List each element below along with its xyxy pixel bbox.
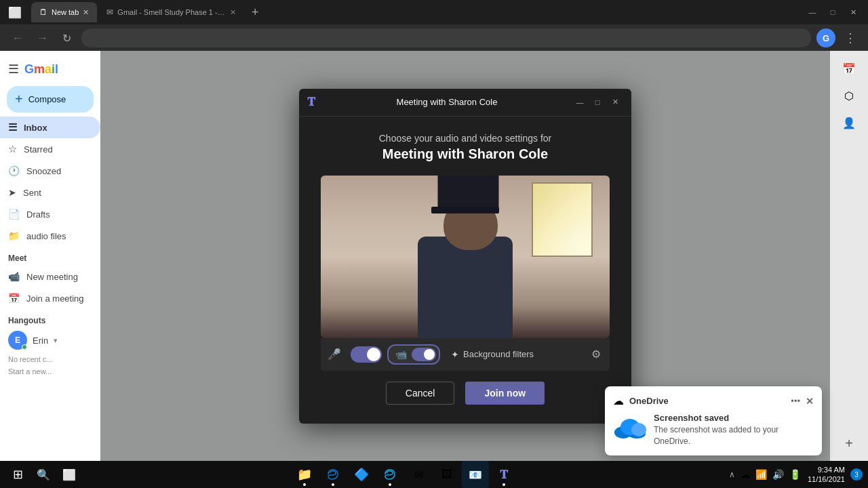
hangouts-username: Erin: [33, 336, 48, 346]
back-button[interactable]: ←: [8, 28, 27, 47]
onedrive-logo-icon: ☁: [613, 394, 624, 407]
sidebar-item-snoozed[interactable]: 🕐 Snoozed: [0, 160, 100, 182]
camera-toggle-knob: [424, 349, 435, 360]
compose-plus-icon: +: [15, 92, 23, 107]
teams-close-button[interactable]: ✕: [607, 94, 623, 110]
sidebar-item-sent[interactable]: ➤ Sent: [0, 182, 100, 203]
avatar-status: [22, 344, 27, 350]
taskbar-wifi-icon[interactable]: 📶: [754, 469, 768, 480]
taskbar-outlook[interactable]: 📧: [462, 461, 489, 488]
compose-button[interactable]: + Compose: [7, 86, 94, 113]
search-button[interactable]: 🔍: [31, 462, 56, 487]
teams-modal: 𝐓 Meeting with Sharon Cole — □ ✕ Choose …: [299, 89, 631, 424]
taskbar-edge[interactable]: [319, 461, 347, 488]
figure-hat: [438, 176, 499, 209]
audio-toggle[interactable]: [351, 346, 382, 363]
background-filters-btn[interactable]: ✦ Background filters: [446, 346, 539, 363]
hamburger-menu[interactable]: ☰: [8, 62, 19, 77]
sidebar-item-audio-files[interactable]: 📁 audio files: [0, 225, 100, 247]
minimize-button[interactable]: —: [803, 3, 822, 22]
no-recent-text: No recent c...: [0, 352, 100, 366]
teams-minimize-button[interactable]: —: [572, 94, 588, 110]
close-button[interactable]: ✕: [844, 3, 863, 22]
media-settings-button[interactable]: ⚙: [585, 344, 607, 365]
nav-bar: ← → ↻ G ⋮: [0, 24, 868, 52]
right-panel-btn-2[interactable]: ⬡: [837, 83, 861, 108]
tab-2-title: Gmail - Smell Study Phase 1 - duplicitya…: [117, 8, 226, 16]
taskbar-chevron[interactable]: ∧: [728, 470, 736, 479]
browser-chrome: ⬜ 🗒 New tab ✕ ✉ Gmail - Smell Study Phas…: [0, 0, 868, 51]
sent-icon: ➤: [8, 187, 16, 198]
taskbar-time[interactable]: 9:34 AM 11/16/2021: [805, 465, 848, 485]
extensions-icon[interactable]: ⋮: [841, 28, 860, 47]
sidebar-item-new-meeting[interactable]: 📹 New meeting: [0, 266, 100, 287]
tab-1-title: New tab: [52, 8, 79, 16]
tab-bar: ⬜ 🗒 New tab ✕ ✉ Gmail - Smell Study Phas…: [0, 0, 868, 24]
camera-icon-button[interactable]: 📹: [391, 347, 410, 362]
svg-point-3: [631, 423, 646, 436]
tab-1-close[interactable]: ✕: [83, 8, 89, 17]
gmail-sidebar: ☰ Gmail + Compose ☰ Inbox ☆ Starred 🕐 Sn…: [0, 51, 100, 461]
onedrive-notification: ☁ OneDrive ••• ✕ Screenshot saved: [605, 386, 822, 455]
inbox-icon: ☰: [8, 121, 17, 134]
notification-title: Screenshot saved: [654, 413, 814, 423]
task-view-button[interactable]: ⬜: [57, 462, 81, 487]
sidebar-item-inbox[interactable]: ☰ Inbox: [0, 117, 100, 138]
profile-icon[interactable]: G: [816, 28, 835, 47]
taskbar-battery-icon[interactable]: 🔋: [788, 469, 802, 480]
taskbar: ⊞ 🔍 ⬜ 📁 🔷 ✉ 🖼 📧 𝐓 ∧ ☁ 📶 🔊 🔋 9:34 AM 11/1…: [0, 461, 868, 488]
taskbar-photos[interactable]: 🖼: [433, 461, 460, 488]
compose-label: Compose: [28, 94, 66, 104]
settings-subtitle: Choose your audio and video settings for: [379, 133, 552, 144]
camera-toggle-switch[interactable]: [412, 348, 436, 361]
avatar: E: [8, 331, 27, 350]
taskbar-file-explorer[interactable]: 📁: [291, 461, 318, 488]
background-filters-label: Background filters: [463, 349, 534, 359]
sidebar-item-drafts[interactable]: 📄 Drafts: [0, 203, 100, 225]
teams-logo-icon: 𝐓: [307, 95, 315, 109]
sidebar-item-join-meeting[interactable]: 📅 Join a meeting: [0, 287, 100, 309]
drafts-icon: 📄: [8, 209, 20, 220]
audio-files-label: audio files: [26, 231, 66, 241]
address-bar[interactable]: [81, 28, 811, 47]
forward-button[interactable]: →: [33, 28, 52, 47]
teams-maximize-button[interactable]: □: [589, 94, 606, 110]
taskbar-teams[interactable]: 𝐓: [490, 461, 517, 488]
taskbar-volume-icon[interactable]: 🔊: [771, 469, 785, 480]
join-now-button[interactable]: Join now: [465, 382, 545, 405]
right-panel-btn-3[interactable]: 👤: [837, 110, 861, 135]
notification-menu-icon[interactable]: •••: [791, 396, 800, 406]
notification-header: ☁ OneDrive ••• ✕: [613, 394, 814, 407]
start-button[interactable]: ⊞: [5, 462, 30, 487]
tab-2-favicon: ✉: [106, 7, 113, 17]
cancel-button[interactable]: Cancel: [386, 382, 455, 405]
reload-button[interactable]: ↻: [57, 28, 76, 47]
main-content: ☰ Gmail + Compose ☰ Inbox ☆ Starred 🕐 Sn…: [0, 51, 868, 461]
right-panel-btn-1[interactable]: 📅: [837, 56, 861, 81]
tab-2[interactable]: ✉ Gmail - Smell Study Phase 1 - duplicit…: [98, 2, 244, 22]
notification-close-icon[interactable]: ✕: [806, 396, 814, 407]
tab-2-close[interactable]: ✕: [230, 8, 236, 17]
taskbar-app-3[interactable]: 🔷: [348, 461, 375, 488]
sidebar-item-starred[interactable]: ☆ Starred: [0, 138, 100, 160]
sidebar-toggle-btn[interactable]: ⬜: [5, 3, 24, 22]
meet-section-header: Meet: [0, 247, 100, 266]
hangouts-user[interactable]: E Erin ▾: [0, 328, 100, 352]
start-new-text: Start a new...: [0, 366, 100, 377]
sent-label: Sent: [23, 188, 41, 198]
mic-button[interactable]: 🎤: [323, 344, 345, 365]
maximize-button[interactable]: □: [823, 3, 842, 22]
taskbar-edge-2[interactable]: [376, 461, 403, 488]
new-tab-button[interactable]: +: [245, 3, 264, 22]
teams-modal-title: Meeting with Sharon Cole: [322, 97, 572, 107]
figure-hat-brim: [431, 207, 499, 214]
taskbar-mail[interactable]: ✉: [405, 461, 432, 488]
drafts-label: Drafts: [26, 209, 50, 220]
teams-modal-body: Choose your audio and video settings for…: [299, 117, 631, 424]
tab-1[interactable]: 🗒 New tab ✕: [31, 2, 97, 22]
snoozed-icon: 🕐: [8, 165, 20, 176]
taskbar-badge[interactable]: 3: [850, 468, 863, 481]
right-panel-add-btn[interactable]: +: [837, 431, 861, 455]
right-side-panel: 📅 ⬡ 👤 +: [830, 51, 868, 461]
taskbar-onedrive-icon[interactable]: ☁: [739, 469, 751, 480]
